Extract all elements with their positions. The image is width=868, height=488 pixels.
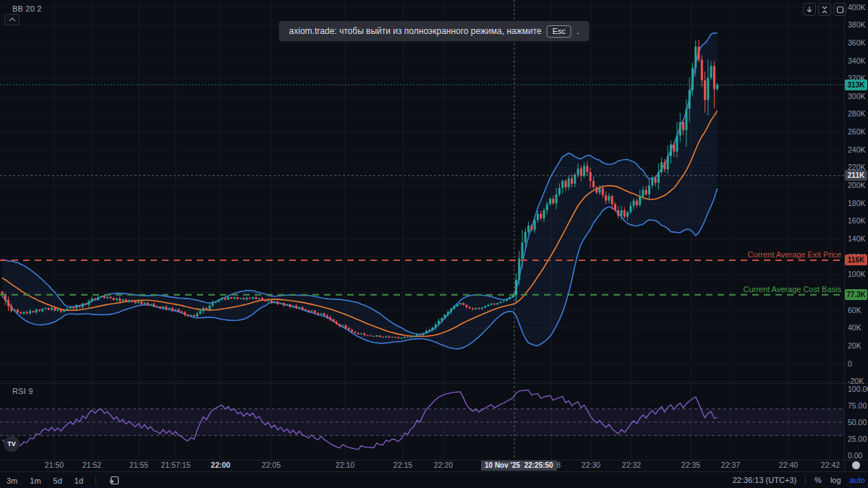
svg-text:25.00: 25.00	[848, 435, 867, 443]
svg-text:22:30: 22:30	[582, 461, 600, 469]
svg-text:21:57:15: 21:57:15	[161, 461, 191, 469]
percent-scale-button[interactable]: %	[814, 476, 822, 484]
svg-text:21:55: 21:55	[129, 461, 148, 469]
svg-text:100K: 100K	[848, 270, 866, 278]
svg-text:200K: 200K	[848, 181, 866, 189]
fullscreen-banner: axiom.trade: чтобы выйти из полноэкранно…	[279, 21, 590, 41]
go-to-date-icon[interactable]	[109, 476, 119, 485]
timeframe-1d[interactable]: 1d	[75, 476, 83, 485]
banner-suffix: .	[576, 26, 579, 36]
arrow-down-button[interactable]	[803, 3, 816, 16]
price-axis-labels[interactable]: 400K380K360K340K320K300K280K260K240K220K…	[848, 3, 866, 386]
svg-text:0: 0	[848, 359, 852, 368]
tradingview-logo[interactable]: TV	[4, 436, 20, 452]
svg-text:20K: 20K	[848, 341, 861, 350]
banner-text: axiom.trade: чтобы выйти из полноэкранно…	[289, 26, 542, 36]
svg-text:60K: 60K	[848, 306, 861, 314]
avg-cost-basis-label: Current Average Cost Basis	[743, 285, 841, 294]
svg-text:140K: 140K	[848, 234, 866, 243]
crosshair-time-badge: 10 Nov '25 22:25:50	[481, 461, 557, 471]
collapse-fullscreen-button[interactable]	[818, 3, 831, 16]
svg-text:22:10: 22:10	[336, 461, 354, 469]
svg-text:22:35: 22:35	[681, 461, 700, 469]
collapse-icon	[821, 6, 828, 14]
svg-text:22:00: 22:00	[211, 461, 231, 469]
svg-text:21:50: 21:50	[45, 461, 64, 469]
svg-text:160K: 160K	[848, 216, 866, 225]
bb-indicator-label[interactable]: BB 20 2	[12, 4, 42, 13]
clock-label[interactable]: 22:36:13 (UTC+3)	[733, 476, 796, 484]
rsi-indicator-label[interactable]: RSI 9	[12, 387, 33, 395]
svg-text:380K: 380K	[848, 20, 866, 29]
svg-text:22:40: 22:40	[779, 461, 798, 469]
last-price-badge: 313K	[845, 80, 867, 90]
svg-text:22:20: 22:20	[434, 461, 453, 469]
grid	[0, 0, 844, 460]
log-scale-button[interactable]: log	[830, 476, 841, 484]
svg-text:400K: 400K	[848, 3, 866, 12]
price-chart-canvas[interactable]: 400K380K360K340K320K300K280K260K240K220K…	[0, 0, 868, 471]
timeframe-3m[interactable]: 3m	[7, 476, 17, 485]
svg-text:300K: 300K	[848, 92, 866, 100]
avg-exit-price-badge: 116K	[845, 254, 867, 265]
toolbar-separator	[95, 476, 96, 485]
svg-text:260K: 260K	[848, 127, 866, 136]
svg-text:75.00: 75.00	[848, 401, 867, 410]
svg-text:240K: 240K	[848, 145, 866, 154]
svg-text:22:42: 22:42	[821, 461, 840, 469]
realtime-dot[interactable]	[852, 461, 860, 469]
screenshot-icon	[836, 6, 844, 14]
svg-text:50.00: 50.00	[848, 418, 867, 427]
rsi-axis-labels[interactable]: 100.0075.0050.0025.000.00	[848, 385, 868, 460]
rsi-zone	[0, 409, 844, 436]
crosshair-price-badge: 211K	[845, 170, 867, 181]
svg-text:280K: 280K	[848, 109, 866, 118]
timeframe-1m[interactable]: 1m	[30, 476, 41, 485]
scale-toolbar: 22:36:13 (UTC+3) % log auto	[733, 471, 865, 488]
screenshot-button[interactable]	[833, 3, 846, 16]
timeframe-5d[interactable]: 5d	[54, 476, 62, 485]
toolbar-separator	[805, 475, 806, 484]
chart-window: 400K380K360K340K320K300K280K260K240K220K…	[0, 0, 868, 488]
svg-text:22:37: 22:37	[721, 461, 740, 469]
avg-exit-price-label: Current Average Exit Price	[748, 250, 841, 259]
svg-text:360K: 360K	[848, 38, 866, 47]
svg-text:22:15: 22:15	[393, 461, 412, 469]
collapse-pane-button[interactable]	[4, 14, 20, 25]
chevron-up-icon	[9, 17, 16, 22]
svg-text:180K: 180K	[848, 199, 866, 207]
time-axis-labels[interactable]: 21:5021:5221:5521:57:1522:0022:0522:1022…	[45, 461, 840, 469]
top-right-toolbar	[803, 3, 846, 16]
svg-text:100.00: 100.00	[848, 385, 868, 393]
svg-text:340K: 340K	[848, 56, 866, 65]
auto-scale-button[interactable]: auto	[850, 476, 865, 484]
svg-text:40K: 40K	[848, 323, 861, 332]
svg-text:22:05: 22:05	[262, 461, 281, 469]
arrow-down-icon	[806, 6, 813, 13]
esc-key: Esc	[547, 25, 571, 38]
svg-text:22:32: 22:32	[622, 461, 641, 469]
svg-text:0.00: 0.00	[848, 451, 863, 460]
avg-cost-basis-badge: 77.3K	[845, 289, 867, 300]
svg-text:21:52: 21:52	[82, 461, 101, 469]
bb-fill	[2, 33, 718, 349]
